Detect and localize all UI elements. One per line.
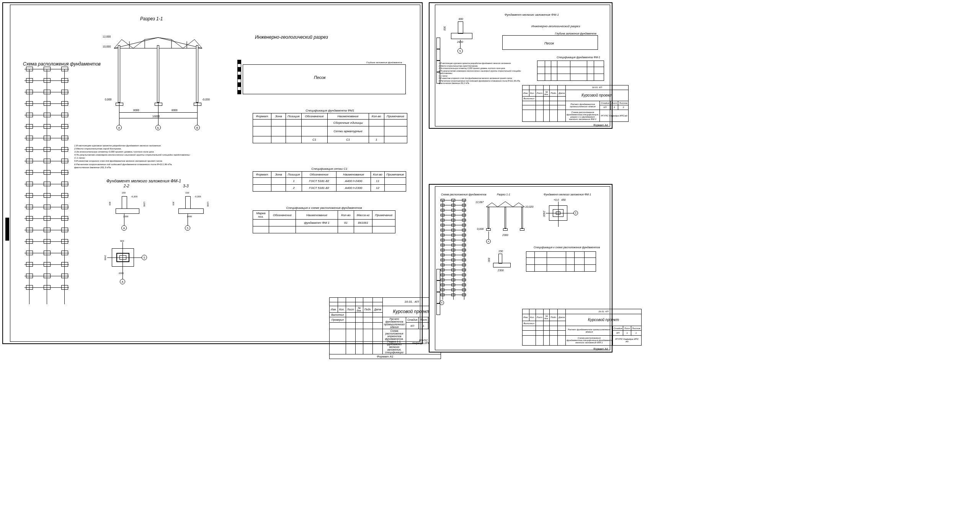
tb-date: Дата (373, 306, 382, 313)
tr-geo-drawing: Глубина заложения фундамента Песок (502, 32, 598, 52)
title-shallow-foundation: Фундамент мелкого заложения ФМ-1 (106, 179, 181, 183)
tr-binding-cells (436, 38, 440, 84)
plan-axis-A: А (120, 279, 125, 284)
note-1: 1.В настоящем курсовом проекте разработа… (74, 144, 204, 147)
tr-geo-note: Глубина заложения фундамента (555, 32, 596, 35)
br-title-block: 16.01. КП Изм.Кол.Лист№ док.Подп.ДатаКур… (522, 309, 609, 346)
note-4: 4.По результатам инженерно-геологических… (74, 153, 204, 156)
title-geo-section: Инженерно-геологический разрез (255, 34, 328, 40)
tr-tb-podp: Подп. (550, 90, 558, 96)
tr-tb-sv1: 3 (610, 105, 618, 110)
br-tb-date: Дата (558, 314, 566, 321)
spec1-r-obo: С1 (301, 136, 327, 143)
tb-podp: Подп. (363, 306, 373, 313)
spec1-group1: Сборочные единицы (327, 120, 369, 126)
spec1-h-name: Наименование (327, 113, 369, 120)
br-pd-0: +0,0 (554, 198, 559, 201)
br-tb-list: Лист (536, 314, 543, 321)
title-section-1-1: Разрез 1-1 (140, 16, 163, 21)
tb-ndok: № док. (355, 306, 363, 313)
br-tb-code: 16.01. КП (566, 309, 642, 314)
dim-8000-2: 8000 (172, 109, 178, 112)
plan-dim-900: 900 (120, 240, 124, 242)
spec3-h4: Масса кг (354, 211, 372, 220)
section-1-1-drawing: 12,000 10,000 0,000 -0,030 8000 8000 160… (114, 30, 202, 110)
spec3-h5: Примечание (372, 211, 395, 220)
tr-tb-title: Курсовой проект (566, 90, 629, 101)
br-pd-2: 2400 (543, 211, 546, 217)
br-lvl2: 10,020 (525, 205, 533, 208)
level-12000: 12,000 (103, 35, 111, 38)
spec2-h4: Наименование (336, 172, 371, 178)
main-drawing-sheet: Схема расположения фундаментов Разрез 1-… (2, 2, 423, 344)
note-6b: фактическое давление 201,3 кПа. (74, 166, 204, 169)
spec2-r0-qty: 11 (371, 178, 385, 185)
detail-2-2: 150 -0,200 300 1200 2300 А (108, 189, 154, 231)
level-10000: 10,000 (103, 45, 111, 48)
br-format: Формат А4 (593, 348, 608, 350)
tr-dim-300: 300 (443, 26, 446, 31)
d22-dim-150: 150 (122, 192, 126, 194)
br-tb-sh2: Листов (631, 326, 641, 331)
br-plan-detail: +0,0 450 2400 5 (544, 200, 579, 231)
br-pd-1: 450 (561, 198, 566, 201)
br22-2: 2300 (498, 269, 504, 272)
br-tb-kol: Кол. (529, 314, 536, 321)
title-foundation-scheme: Схема расположения фундаментов (23, 61, 101, 67)
tb-kol: Кол. (338, 306, 346, 313)
sheet-top-right: Фундамент мелкого заложения ФМ-1 900 300… (429, 2, 612, 129)
level-0000: 0,000 (105, 98, 112, 101)
br-tb-subj: Расчет фундаментов промышленного здания (566, 326, 613, 335)
geo-sand-label: Песок (314, 75, 326, 80)
tr-tb-ndok: № док. (544, 90, 550, 96)
spec1-table: Формат Зона Позиция Обозначение Наименов… (253, 113, 407, 143)
level-0030: -0,030 (202, 98, 210, 101)
spec2-h1: Зона (271, 172, 286, 178)
spec1-h-format: Формат (253, 113, 271, 120)
br-t-scheme: Схема расположения фундаментов (441, 193, 486, 196)
tr-spec-table (537, 61, 604, 81)
d33-dim-1200: 1200 (207, 202, 209, 207)
br-tb-title: Курсовой проект (566, 314, 642, 326)
detail-plan: 900 2400 2300 5 А (105, 238, 155, 284)
spec2-table: Формат Зона Позиция Обозначение Наименов… (253, 171, 406, 192)
tb-subj: Расчет фундаментов промышленного здания (382, 317, 406, 329)
spec2-h2: Позиция (286, 172, 302, 178)
br-spec-title: Спецификация к схеме расположения фундам… (534, 246, 600, 249)
tr-dim-900: 900 (459, 18, 463, 20)
tr-tb-list: Лист (536, 90, 543, 96)
note-6: 6.Расчетное сопротивление под подошвой ф… (74, 163, 204, 166)
tb-vypolnil: Выполнил (330, 313, 346, 317)
tr-title-geo: Инженерно-геологический разрез (531, 25, 580, 28)
dim-16000: 16000 (152, 115, 160, 118)
spec3-h3: Кол-во (338, 211, 354, 220)
tr-tb-org: РГУПС Кафедра ИПСжд (600, 110, 629, 121)
spec1-group2: Сетки арматурные (327, 126, 369, 136)
br-lvl3: 0,000 (477, 228, 484, 230)
tr-format: Формат А4 (593, 124, 608, 126)
br-tb-sh1: Лист (623, 326, 631, 331)
d22-dim-300: 300 (109, 202, 111, 205)
br-t-shallow: Фундамент мелкого заложения ФМ-1 (544, 193, 591, 196)
spec2-title: Спецификация сетки С1 (253, 167, 406, 171)
spec3-table: Марка поз. Обозначение Наименование Кол-… (253, 210, 395, 233)
tr-axis-5: 5 (457, 48, 463, 54)
d33-dim-300: 300 (172, 202, 175, 205)
br-tb-sv0: КП (612, 331, 623, 336)
dim-8000-1: 8000 (133, 109, 139, 112)
tr-spec-title: Спецификация фундамента ФМ-1 (557, 56, 600, 59)
spec1-h-qty: Кол-во (369, 113, 384, 120)
br-pd-axis: 5 (573, 211, 578, 215)
br-tb-org: РГУПС Кафедра ИПС жд (612, 335, 641, 345)
tr-n5: 5.В качестве опорного слоя для фундамент… (439, 77, 523, 80)
br22-0: 150 (498, 250, 503, 253)
spec2-h3: Обозначение (302, 172, 336, 178)
tb-stage-h0: Стадия (406, 317, 419, 323)
tr-n3: 4.По результатам инженерно-геологических… (439, 70, 523, 75)
spec3-title: Спецификация к схеме расположения фундам… (286, 206, 363, 210)
spec2-r0-pos: 1 (286, 178, 302, 185)
plan-dim-2300: 2300 (119, 272, 124, 274)
tr-tb-kol: Кол. (529, 90, 536, 96)
spec1-h-zone: Зона (271, 113, 286, 120)
br-binding-cells (436, 269, 440, 315)
